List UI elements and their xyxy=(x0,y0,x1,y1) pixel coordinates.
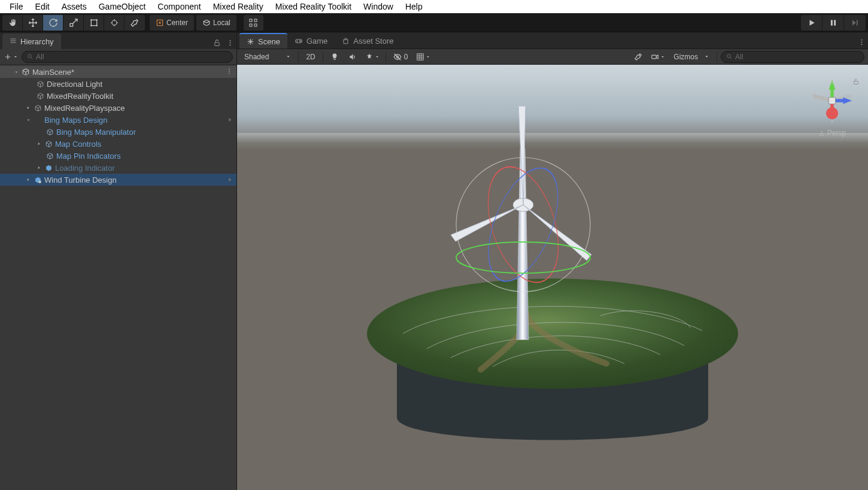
svg-text:z: z xyxy=(853,92,855,98)
vertical-dots-icon xyxy=(226,39,234,47)
snap-toggle[interactable] xyxy=(244,15,264,31)
scale-icon xyxy=(69,18,78,28)
asset-store-icon xyxy=(342,37,350,45)
hierarchy-item-mrtk[interactable]: MixedRealityToolkit xyxy=(0,90,236,102)
vertical-dots-icon xyxy=(226,68,233,75)
hierarchy-item-loading-indicator[interactable]: Loading Indicator xyxy=(0,162,236,174)
svg-text:y: y xyxy=(831,79,833,84)
shading-mode-dropdown[interactable]: Shaded xyxy=(241,50,295,63)
lock-open-icon xyxy=(213,39,221,47)
cube-icon xyxy=(44,152,55,160)
cube-icon xyxy=(43,140,54,148)
menu-file[interactable]: File xyxy=(4,0,29,13)
svg-point-16 xyxy=(28,55,32,58)
step-icon xyxy=(851,19,859,27)
hierarchy-context[interactable] xyxy=(223,36,236,49)
hierarchy-item-bing-maps-design[interactable]: Bing Maps Design xyxy=(0,114,236,126)
tools-icon xyxy=(634,53,642,61)
shading-label: Shaded xyxy=(244,53,269,61)
orientation-gizmo[interactable]: y z x Persp xyxy=(805,73,860,137)
foldout-icon[interactable] xyxy=(12,69,20,75)
create-object-button[interactable] xyxy=(4,53,18,61)
svg-point-4 xyxy=(159,22,160,23)
hierarchy-item-map-pin-indicators[interactable]: Map Pin Indicators xyxy=(0,150,236,162)
svg-rect-11 xyxy=(857,20,858,25)
svg-rect-9 xyxy=(830,20,832,25)
handle-rotation-toggle[interactable]: Local xyxy=(196,15,236,31)
chevron-down-icon xyxy=(286,54,291,59)
hidden-objects[interactable]: 0 xyxy=(390,50,412,63)
menu-mixed-reality-toolkit[interactable]: Mixed Reality Toolkit xyxy=(269,0,357,13)
foldout-icon[interactable] xyxy=(35,141,43,146)
menu-window[interactable]: Window xyxy=(357,0,399,13)
move-tool[interactable] xyxy=(23,15,43,31)
hierarchy-item-wind-turbine[interactable]: Wind Turbine Design xyxy=(0,174,236,186)
prefab-icon xyxy=(43,164,54,172)
search-icon xyxy=(27,53,34,60)
play-button[interactable] xyxy=(801,15,823,31)
menu-edit[interactable]: Edit xyxy=(29,0,56,13)
gizmos-dropdown[interactable]: Gizmos xyxy=(670,50,713,63)
hierarchy-icon xyxy=(10,37,17,46)
tab-game[interactable]: Game xyxy=(287,33,335,49)
prefab-open-icon[interactable] xyxy=(227,176,233,184)
item-label: Directional Light xyxy=(45,80,102,89)
tab-asset-store[interactable]: Asset Store xyxy=(335,33,400,49)
item-label: MixedRealityPlayspace xyxy=(43,104,125,113)
persp-label: Persp xyxy=(827,129,846,137)
hierarchy-search[interactable]: All xyxy=(22,51,233,63)
hierarchy-tab[interactable]: Hierarchy xyxy=(2,34,61,49)
scene-row[interactable]: MainScene* xyxy=(0,66,236,78)
menu-component[interactable]: Component xyxy=(151,0,207,13)
menu-assets[interactable]: Assets xyxy=(56,0,93,13)
pivot-toggle[interactable]: Center xyxy=(150,15,194,31)
foldout-icon[interactable] xyxy=(24,105,32,110)
menu-gameobject[interactable]: GameObject xyxy=(93,0,152,13)
rect-tool[interactable] xyxy=(84,15,104,31)
item-label: Map Controls xyxy=(54,140,101,149)
hierarchy-toolbar: All xyxy=(0,49,236,65)
scene-viewport[interactable]: y z x Persp xyxy=(237,65,868,490)
pause-button[interactable] xyxy=(823,15,844,31)
custom-tools[interactable] xyxy=(125,15,145,31)
step-button[interactable] xyxy=(844,15,866,31)
chevron-down-icon xyxy=(704,54,709,59)
main-menu: File Edit Assets GameObject Component Mi… xyxy=(0,0,868,13)
scene-context[interactable] xyxy=(855,35,868,49)
foldout-icon[interactable] xyxy=(24,177,32,182)
foldout-icon[interactable] xyxy=(35,165,43,170)
scale-tool[interactable] xyxy=(63,15,84,31)
lighting-toggle[interactable] xyxy=(327,50,342,63)
foldout-icon[interactable] xyxy=(24,117,32,123)
hierarchy-item-bing-maps-manipulator[interactable]: Bing Maps Manipulator xyxy=(0,126,236,138)
tools-toggle[interactable] xyxy=(630,50,646,63)
menu-mixed-reality[interactable]: Mixed Reality xyxy=(207,0,269,13)
svg-point-15 xyxy=(229,44,230,46)
hand-tool[interactable] xyxy=(2,15,23,31)
rotate-tool[interactable] xyxy=(43,15,63,31)
scene-label: MainScene* xyxy=(31,68,74,77)
scene-context[interactable] xyxy=(226,68,233,77)
hierarchy-lock[interactable] xyxy=(210,36,223,49)
camera-settings[interactable] xyxy=(648,50,667,63)
hierarchy-item-directional-light[interactable]: Directional Light xyxy=(0,78,236,90)
fx-toggle[interactable] xyxy=(363,50,382,63)
menu-help[interactable]: Help xyxy=(399,0,429,13)
audio-toggle[interactable] xyxy=(345,50,360,63)
transform-tool[interactable] xyxy=(104,15,125,31)
game-icon xyxy=(295,37,303,45)
grid-toggle[interactable] xyxy=(414,50,433,63)
transform-combo-icon xyxy=(110,18,119,28)
projection-toggle[interactable]: Persp xyxy=(805,129,860,137)
prefab-open-icon[interactable] xyxy=(227,116,233,125)
tab-scene[interactable]: Scene xyxy=(239,33,287,49)
item-label: Bing Maps Design xyxy=(43,116,108,125)
scene-search[interactable]: All xyxy=(721,51,864,63)
toggle-2d[interactable]: 2D xyxy=(302,50,318,63)
svg-rect-43 xyxy=(828,97,835,104)
hierarchy-item-mr-playspace[interactable]: MixedRealityPlayspace xyxy=(0,102,236,114)
search-icon xyxy=(726,53,733,60)
hierarchy-item-map-controls[interactable]: Map Controls xyxy=(0,138,236,150)
svg-rect-7 xyxy=(250,24,252,26)
svg-point-19 xyxy=(229,72,230,74)
